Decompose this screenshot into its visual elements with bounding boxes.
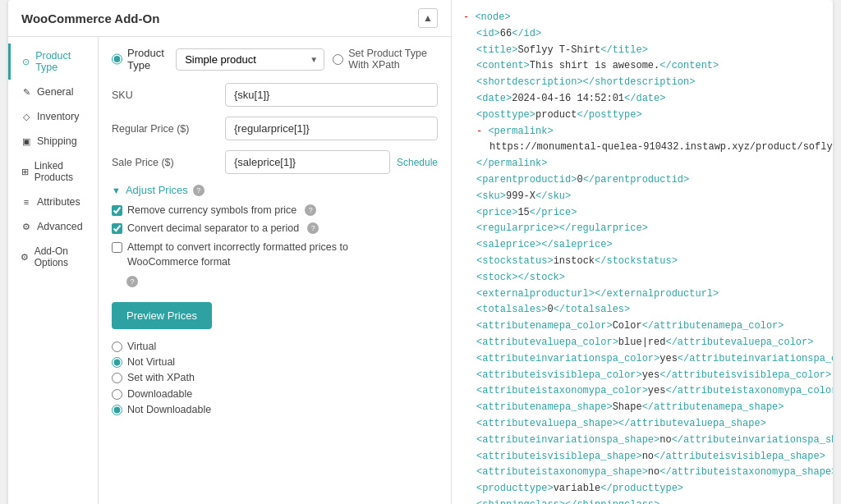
xml-line: https://monumental-quelea-910432.instawp… xyxy=(463,140,821,156)
attempt-convert-label: Attempt to convert incorrectly formatted… xyxy=(127,241,407,269)
xml-line: <attributenamepa_color>Color</attributen… xyxy=(463,318,821,335)
inventory-icon: ◇ xyxy=(21,111,32,122)
attributes-icon: ≡ xyxy=(21,196,32,208)
xml-line: <stockstatus>instock</stockstatus> xyxy=(463,254,821,270)
shipping-icon: ▣ xyxy=(21,135,32,147)
xml-line: <parentproductid>0</parentproductid> xyxy=(463,172,821,189)
xml-line: <regularprice></regularprice> xyxy=(463,221,821,237)
product-type-radio-label[interactable]: Product Type xyxy=(112,47,168,71)
remove-currency-row: Remove currency symbols from price ? xyxy=(112,204,438,216)
virtual-label: Virtual xyxy=(127,341,156,352)
set-with-xpath-label: Set with XPath xyxy=(127,372,195,383)
product-type-select[interactable]: Simple product Variable product Grouped … xyxy=(176,48,324,71)
xml-line: <totalsales>0</totalsales> xyxy=(463,302,821,318)
product-type-radio[interactable] xyxy=(112,53,122,65)
convert-decimal-label: Convert decimal separator to a period xyxy=(127,222,299,234)
sidebar-item-product-type[interactable]: ⊙ Product Type xyxy=(8,44,98,80)
sale-price-row: Sale Price ($) Schedule xyxy=(112,150,438,174)
xml-line: - <permalink> xyxy=(463,124,821,140)
regular-price-row: Regular Price ($) xyxy=(112,117,438,140)
sidebar-item-inventory[interactable]: ◇ Inventory xyxy=(8,104,98,129)
sidebar: ⊙ Product Type ✎ General ◇ Inventory ▣ S… xyxy=(8,37,99,504)
xml-line: <attributeistaxonomypa_color>yes</attrib… xyxy=(463,383,821,400)
virtual-radio[interactable] xyxy=(112,341,122,352)
panel-header: WooCommerce Add-On ▲ xyxy=(8,0,451,37)
sidebar-item-shipping[interactable]: ▣ Shipping xyxy=(8,129,98,153)
sale-price-input[interactable] xyxy=(225,150,390,174)
not-downloadable-radio[interactable] xyxy=(112,405,122,415)
linked-products-icon: ⊞ xyxy=(21,166,30,177)
product-type-select-wrapper: Simple product Variable product Grouped … xyxy=(176,48,324,71)
sku-input[interactable] xyxy=(225,83,438,107)
xml-line: <shippingclass></shippingclass> xyxy=(463,497,821,504)
xml-line: <externalproducturl></externalproducturl… xyxy=(463,286,821,303)
main-container: WooCommerce Add-On ▲ ⊙ Product Type ✎ Ge… xyxy=(8,0,833,504)
remove-currency-help-icon[interactable]: ? xyxy=(305,204,316,216)
xml-line: <content>This shirt is awesome.</content… xyxy=(463,58,821,75)
schedule-link[interactable]: Schedule xyxy=(397,157,438,168)
attempt-convert-checkbox[interactable] xyxy=(112,242,122,253)
xml-line: <date>2024-04-16 14:52:01</date> xyxy=(463,91,821,108)
virtual-radio-group: Virtual Not Virtual Set with XPath xyxy=(112,341,438,383)
downloadable-label: Downloadable xyxy=(127,388,192,400)
product-type-icon: ⊙ xyxy=(21,56,30,67)
not-virtual-label: Not Virtual xyxy=(127,356,175,368)
xpath-label[interactable]: Set Product Type With XPath xyxy=(333,48,438,71)
xml-line: <attributeistaxonomypa_shape>no</attribu… xyxy=(463,465,821,481)
downloadable-radio-group: Downloadable Not Downloadable xyxy=(112,388,438,415)
xml-line: <sku>999-X</sku> xyxy=(463,189,821,205)
xml-line: <attributenamepa_shape>Shape</attributen… xyxy=(463,400,821,416)
xml-line: <saleprice></saleprice> xyxy=(463,237,821,254)
xml-content: - <node> <id>66</id> <title>Soflyy T-Shi… xyxy=(463,10,821,504)
xml-line: - <node> xyxy=(463,10,821,26)
convert-decimal-help-icon[interactable]: ? xyxy=(307,222,319,234)
preview-prices-button[interactable]: Preview Prices xyxy=(112,302,212,329)
sku-label: SKU xyxy=(112,89,218,101)
add-on-icon: ⚙ xyxy=(21,251,30,263)
left-panel: WooCommerce Add-On ▲ ⊙ Product Type ✎ Ge… xyxy=(8,0,452,504)
downloadable-radio-row: Downloadable xyxy=(112,388,438,400)
xml-line: <attributeinvariationspa_shape>no</attri… xyxy=(463,433,821,449)
attempt-convert-help-icon[interactable]: ? xyxy=(126,276,138,287)
adjust-prices-help-icon[interactable]: ? xyxy=(193,185,205,196)
panel-title: WooCommerce Add-On xyxy=(21,11,159,25)
virtual-radio-row: Virtual xyxy=(112,341,438,352)
sidebar-item-label: Add-On Options xyxy=(34,245,88,268)
sidebar-item-attributes[interactable]: ≡ Attributes xyxy=(8,190,98,214)
product-type-row: Product Type Simple product Variable pro… xyxy=(112,47,438,71)
xml-line: <producttype>variable</producttype> xyxy=(463,481,821,497)
sidebar-item-add-on-options[interactable]: ⚙ Add-On Options xyxy=(8,239,98,275)
regular-price-input[interactable] xyxy=(225,117,438,140)
chevron-down-icon: ▼ xyxy=(112,186,121,195)
xml-line: <attributevaluepa_color>blue|red</attrib… xyxy=(463,335,821,351)
remove-currency-checkbox[interactable] xyxy=(112,205,122,216)
adjust-prices-row[interactable]: ▼ Adjust Prices ? xyxy=(112,184,438,196)
remove-currency-label: Remove currency symbols from price xyxy=(127,204,296,216)
xpath-radio[interactable] xyxy=(333,54,343,65)
xpath-virtual-radio-row: Set with XPath xyxy=(112,372,438,383)
attempt-convert-row: Attempt to convert incorrectly formatted… xyxy=(112,241,438,269)
xml-line: <stock></stock> xyxy=(463,270,821,286)
sidebar-item-label: Linked Products xyxy=(34,160,88,183)
convert-decimal-checkbox[interactable] xyxy=(112,223,122,234)
sidebar-item-general[interactable]: ✎ General xyxy=(8,80,98,104)
sku-row: SKU xyxy=(112,83,438,107)
xml-line: <attributeisvisiblepa_color>yes</attribu… xyxy=(463,368,821,384)
downloadable-radio[interactable] xyxy=(112,389,122,400)
sidebar-item-label: General xyxy=(37,86,73,98)
convert-decimal-row: Convert decimal separator to a period ? xyxy=(112,222,438,234)
xml-line: <attributeisvisiblepa_shape>no</attribut… xyxy=(463,449,821,465)
xpath-label-text: Set Product Type With XPath xyxy=(348,48,438,71)
xml-line: <id>66</id> xyxy=(463,26,821,43)
adjust-prices-label: Adjust Prices xyxy=(126,184,188,196)
sidebar-item-linked-products[interactable]: ⊞ Linked Products xyxy=(8,153,98,190)
xml-line: </permalink> xyxy=(463,156,821,172)
xml-line: <attributevaluepa_shape></attributevalue… xyxy=(463,416,821,433)
sidebar-item-advanced[interactable]: ⚙ Advanced xyxy=(8,214,98,239)
xpath-virtual-radio[interactable] xyxy=(112,373,122,383)
sidebar-item-label: Advanced xyxy=(37,221,83,232)
not-virtual-radio[interactable] xyxy=(112,357,122,368)
panel-body: ⊙ Product Type ✎ General ◇ Inventory ▣ S… xyxy=(8,37,451,504)
collapse-button[interactable]: ▲ xyxy=(418,8,438,28)
sidebar-item-label: Attributes xyxy=(37,196,80,208)
